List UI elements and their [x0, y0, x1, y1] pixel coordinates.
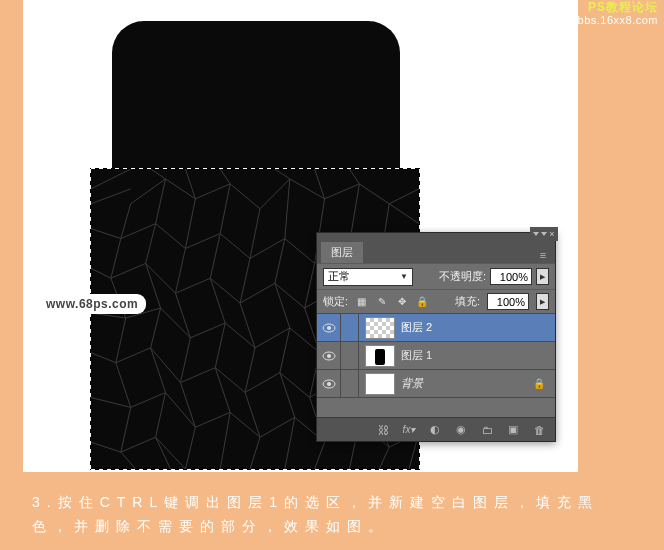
svg-line-99	[151, 348, 166, 393]
panel-collapse-icon[interactable]: ×	[530, 227, 558, 241]
svg-line-81	[180, 338, 190, 383]
svg-line-128	[379, 447, 389, 469]
svg-line-83	[215, 323, 225, 368]
svg-line-121	[121, 452, 136, 469]
svg-line-82	[180, 368, 215, 383]
svg-line-50	[305, 263, 315, 308]
opacity-field[interactable]: 100%	[490, 268, 532, 285]
svg-line-79	[151, 308, 161, 348]
svg-line-80	[151, 348, 181, 383]
svg-line-39	[111, 263, 146, 278]
svg-line-124	[250, 437, 260, 469]
mask-icon[interactable]: ◐	[427, 422, 443, 438]
panel-tabs: 图层 ≡	[317, 241, 555, 263]
svg-line-28	[250, 239, 285, 259]
svg-line-20	[121, 224, 156, 239]
svg-line-5	[185, 169, 195, 199]
svg-line-30	[285, 239, 315, 264]
svg-line-0	[91, 169, 131, 189]
svg-line-98	[131, 393, 166, 408]
group-icon[interactable]: 🗀	[479, 422, 495, 438]
svg-line-24	[185, 234, 220, 249]
layer-thumbnail[interactable]	[365, 373, 395, 395]
svg-line-126	[315, 442, 325, 469]
svg-line-118	[156, 393, 166, 438]
lock-transparency-icon[interactable]: ▦	[355, 295, 368, 308]
lock-label: 锁定:	[323, 294, 348, 309]
lock-icon: 🔒	[533, 378, 545, 389]
svg-line-7	[220, 169, 230, 184]
svg-line-63	[190, 323, 225, 338]
svg-line-9	[260, 179, 290, 209]
opacity-stepper[interactable]: ▶	[536, 268, 549, 285]
link-layers-icon[interactable]: ⛓	[375, 422, 391, 438]
lock-fill-row: 锁定: ▦ ✎ ✥ 🔒 填充: 100% ▶	[317, 289, 555, 313]
svg-line-48	[275, 239, 285, 284]
svg-line-16	[389, 189, 419, 204]
svg-line-119	[156, 437, 186, 469]
site-watermark: www.68ps.com	[38, 294, 146, 314]
panel-header: ×	[317, 233, 555, 241]
svg-line-97	[91, 397, 131, 407]
svg-line-46	[240, 258, 250, 303]
visibility-toggle[interactable]	[317, 370, 341, 397]
layer-name[interactable]: 背景	[401, 376, 423, 391]
svg-line-77	[91, 353, 116, 363]
new-layer-icon[interactable]: ▣	[505, 422, 521, 438]
svg-line-106	[260, 417, 295, 437]
svg-line-17	[389, 204, 419, 224]
svg-line-19	[91, 229, 121, 239]
opacity-label: 不透明度:	[439, 269, 486, 284]
trash-icon[interactable]: 🗑	[531, 422, 547, 438]
lock-position-icon[interactable]: ✥	[395, 295, 408, 308]
svg-line-78	[116, 348, 151, 363]
svg-line-122	[156, 437, 171, 469]
panel-menu-icon[interactable]: ≡	[535, 247, 551, 263]
svg-line-37	[111, 239, 121, 279]
svg-line-85	[245, 348, 255, 393]
fill-label: 填充:	[455, 294, 480, 309]
visibility-toggle[interactable]	[317, 314, 341, 341]
layers-panel: × 图层 ≡ 正常▼ 不透明度: 100% ▶ 锁定: ▦ ✎ ✥ 🔒 填充: …	[316, 232, 556, 442]
svg-line-14	[349, 169, 359, 184]
visibility-toggle[interactable]	[317, 342, 341, 369]
svg-line-96	[116, 363, 131, 408]
layer-thumbnail[interactable]	[365, 317, 395, 339]
fill-stepper[interactable]: ▶	[536, 293, 549, 310]
lock-pixel-icon[interactable]: ✎	[375, 295, 388, 308]
svg-line-62	[175, 293, 190, 338]
svg-line-115	[121, 407, 131, 452]
layer-name[interactable]: 图层 1	[401, 348, 432, 363]
fill-field[interactable]: 100%	[487, 293, 529, 310]
tab-layers[interactable]: 图层	[321, 242, 363, 263]
layer-name[interactable]: 图层 2	[401, 320, 432, 335]
svg-line-15	[359, 184, 389, 204]
svg-line-10	[275, 169, 290, 179]
svg-line-21	[156, 179, 166, 224]
lock-all-icon[interactable]: 🔒	[415, 295, 428, 308]
layer-row[interactable]: 背景 🔒	[317, 369, 555, 397]
instruction-text: 3.按住CTRL键调出图层1的选区，并新建空白图层，填充黑色，并删除不需要的部分…	[32, 490, 634, 538]
svg-point-131	[327, 326, 331, 330]
layer-row[interactable]: 图层 1	[317, 341, 555, 369]
svg-line-18	[121, 204, 131, 239]
fx-icon[interactable]: fx▾	[401, 422, 417, 438]
svg-line-8	[230, 184, 260, 209]
svg-line-29	[285, 179, 290, 239]
svg-line-3	[151, 169, 166, 179]
layer-thumbnail[interactable]	[365, 345, 395, 367]
svg-line-116	[91, 442, 121, 452]
svg-line-60	[146, 263, 161, 308]
svg-line-25	[220, 184, 230, 234]
svg-line-120	[185, 427, 195, 469]
blend-mode-dropdown[interactable]: 正常▼	[323, 268, 413, 286]
layers-list: 图层 2 图层 1 背景 🔒	[317, 313, 555, 417]
svg-point-133	[327, 354, 331, 358]
panel-footer: ⛓ fx▾ ◐ ◉ 🗀 ▣ 🗑	[317, 417, 555, 441]
svg-line-42	[175, 248, 185, 293]
layer-row[interactable]: 图层 2	[317, 313, 555, 341]
svg-point-135	[327, 382, 331, 386]
svg-line-22	[156, 224, 186, 249]
svg-line-2	[131, 179, 166, 204]
adjustment-icon[interactable]: ◉	[453, 422, 469, 438]
